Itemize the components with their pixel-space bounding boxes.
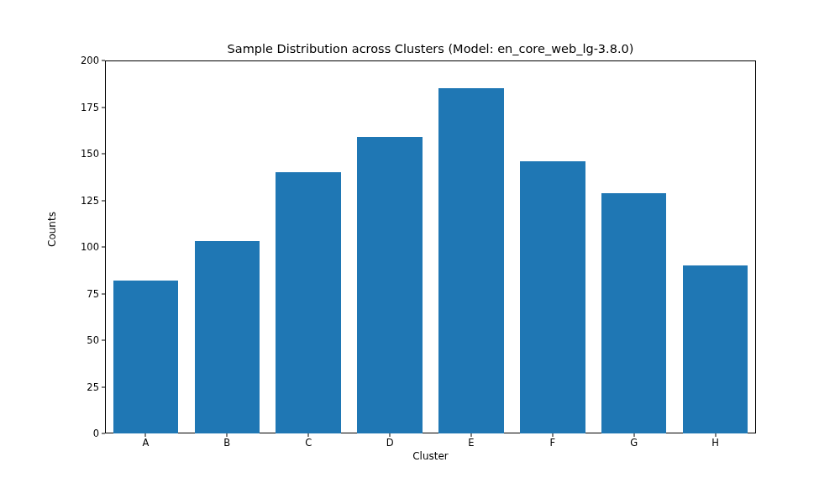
bar (195, 241, 260, 433)
y-tick-mark (102, 60, 105, 61)
x-tick-label: H (711, 437, 719, 449)
y-tick-mark (102, 386, 105, 387)
y-tick-mark (102, 340, 105, 341)
bar (113, 281, 179, 433)
x-tick-mark (552, 433, 553, 437)
x-tick-label: D (386, 437, 394, 449)
y-tick-mark (102, 200, 105, 201)
y-tick-mark (102, 154, 105, 155)
bar (601, 193, 667, 433)
x-tick-label: A (143, 437, 150, 449)
bar (276, 172, 341, 433)
x-tick-label: B (223, 437, 230, 449)
y-tick-mark (102, 293, 105, 294)
x-axis-label: Cluster (105, 450, 756, 462)
y-tick-label: 25 (66, 381, 99, 393)
y-tick-label: 200 (66, 55, 99, 66)
y-tick-mark (102, 247, 105, 248)
y-tick-label: 125 (66, 195, 99, 207)
x-tick-label: F (550, 437, 556, 449)
y-tick-mark (102, 107, 105, 108)
y-tick-label: 50 (66, 334, 99, 346)
x-tick-mark (390, 433, 391, 437)
bar (683, 265, 748, 433)
y-tick-label: 150 (66, 148, 99, 160)
x-tick-mark (227, 433, 228, 437)
y-tick-label: 175 (66, 102, 99, 113)
bar (520, 161, 585, 433)
x-tick-mark (470, 433, 471, 437)
y-tick-label: 0 (66, 428, 99, 439)
x-tick-mark (145, 433, 146, 437)
x-tick-mark (633, 433, 634, 437)
x-tick-mark (715, 433, 716, 437)
x-tick-label: G (630, 437, 638, 449)
x-tick-label: E (468, 437, 474, 449)
chart-title: Sample Distribution across Clusters (Mod… (105, 42, 756, 55)
bar (357, 137, 423, 433)
y-axis-label: Counts (46, 212, 58, 247)
bar (438, 88, 504, 433)
y-tick-label: 75 (66, 288, 99, 300)
y-tick-label: 100 (66, 241, 99, 253)
chart-container (105, 60, 756, 433)
x-tick-mark (308, 433, 309, 437)
y-tick-mark (102, 433, 105, 434)
x-tick-label: C (305, 437, 312, 449)
